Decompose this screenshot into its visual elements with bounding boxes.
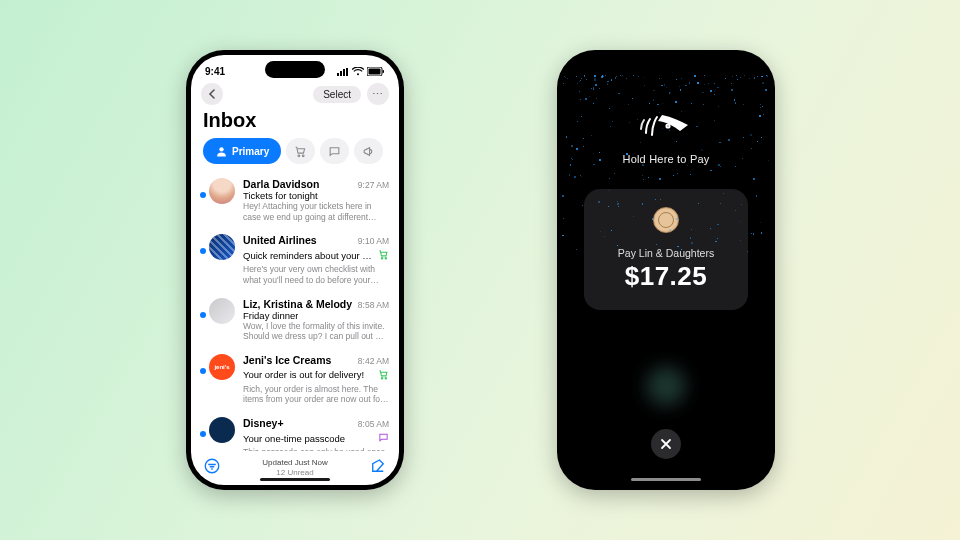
- card-stack-blur: [643, 363, 689, 409]
- status-text: Updated Just Now 12 Unread: [262, 458, 327, 478]
- subject: Friday dinner: [243, 310, 298, 321]
- compose-button[interactable]: [369, 457, 387, 479]
- unread-dot-icon: [200, 192, 206, 198]
- sender: Darla Davidson: [243, 178, 319, 190]
- svg-point-7: [385, 258, 386, 259]
- avatar: jeni's: [209, 354, 235, 380]
- tab-shopping[interactable]: [286, 138, 315, 164]
- svg-point-8: [381, 377, 382, 378]
- svg-point-3: [219, 147, 223, 151]
- home-indicator[interactable]: [260, 478, 330, 481]
- avatar: [209, 298, 235, 324]
- svg-rect-1: [369, 69, 381, 75]
- subject: Your one-time passcode: [243, 433, 345, 444]
- close-button[interactable]: [651, 429, 681, 459]
- avatar: [209, 178, 235, 204]
- more-button[interactable]: ⋯: [367, 83, 389, 105]
- avatar: [209, 234, 235, 260]
- subject: Quick reminders about your upcoming…: [243, 250, 374, 261]
- filter-button[interactable]: [203, 457, 221, 479]
- subject: Tickets for tonight: [243, 190, 318, 201]
- avatar: [209, 417, 235, 443]
- sender: Liz, Kristina & Melody: [243, 298, 352, 310]
- svg-point-4: [298, 154, 300, 156]
- preview: Wow, I love the formality of this invite…: [243, 321, 389, 342]
- list-item[interactable]: Liz, Kristina & Melody8:58 AM Friday din…: [191, 292, 399, 348]
- timestamp: 8:42 AM: [358, 356, 389, 366]
- battery-icon: [367, 67, 385, 76]
- list-item[interactable]: Disney+8:05 AM Your one-time passcode Th…: [191, 411, 399, 451]
- tab-promotions[interactable]: [354, 138, 383, 164]
- tab-primary[interactable]: Primary: [203, 138, 281, 164]
- phone-mail: 9:41 Select ⋯ Inbox: [186, 50, 404, 490]
- svg-rect-2: [383, 70, 385, 73]
- svg-point-6: [381, 258, 382, 259]
- subject: Your order is out for delivery!: [243, 369, 364, 380]
- unread-dot-icon: [200, 431, 206, 437]
- timestamp: 9:10 AM: [358, 236, 389, 246]
- cart-icon: [378, 366, 389, 384]
- page-title: Inbox: [191, 109, 399, 138]
- home-indicator[interactable]: [631, 478, 701, 481]
- list-item[interactable]: Darla Davidson9:27 AM Tickets for tonigh…: [191, 172, 399, 228]
- list-item[interactable]: United Airlines9:10 AM Quick reminders a…: [191, 228, 399, 291]
- nav-bar: Select ⋯: [191, 81, 399, 109]
- timestamp: 9:27 AM: [358, 180, 389, 190]
- phone-pay: Hold Here to Pay Pay Lin & Daughters $17…: [557, 50, 775, 490]
- svg-point-9: [385, 377, 386, 378]
- timestamp: 8:58 AM: [358, 300, 389, 310]
- sender: Disney+: [243, 417, 284, 429]
- list-item[interactable]: jeni's Jeni's Ice Creams8:42 AM Your ord…: [191, 348, 399, 411]
- unread-dot-icon: [200, 248, 206, 254]
- mail-screen: 9:41 Select ⋯ Inbox: [191, 55, 399, 485]
- cart-icon: [378, 246, 389, 264]
- svg-point-10: [205, 459, 219, 473]
- category-tabs: Primary: [191, 138, 399, 172]
- back-button[interactable]: [201, 83, 223, 105]
- chat-icon: [378, 429, 389, 447]
- preview: Hey! Attaching your tickets here in case…: [243, 201, 389, 222]
- tab-label: Primary: [232, 146, 269, 157]
- unread-dot-icon: [200, 368, 206, 374]
- sender: Jeni's Ice Creams: [243, 354, 331, 366]
- timestamp: 8:05 AM: [358, 419, 389, 429]
- clock: 9:41: [205, 66, 225, 77]
- unread-dot-icon: [200, 312, 206, 318]
- select-button[interactable]: Select: [313, 86, 361, 103]
- wifi-icon: [352, 67, 364, 76]
- dynamic-island: [636, 61, 696, 78]
- pay-screen: Hold Here to Pay Pay Lin & Daughters $17…: [562, 55, 770, 485]
- particle-background: [562, 55, 770, 485]
- dynamic-island: [265, 61, 325, 78]
- svg-point-5: [303, 154, 305, 156]
- tab-updates[interactable]: [320, 138, 349, 164]
- message-list: Darla Davidson9:27 AM Tickets for tonigh…: [191, 172, 399, 451]
- preview: Rich, your order is almost here. The ite…: [243, 384, 389, 405]
- preview: Here's your very own checklist with what…: [243, 264, 389, 285]
- sender: United Airlines: [243, 234, 317, 246]
- cell-signal-icon: [337, 68, 349, 76]
